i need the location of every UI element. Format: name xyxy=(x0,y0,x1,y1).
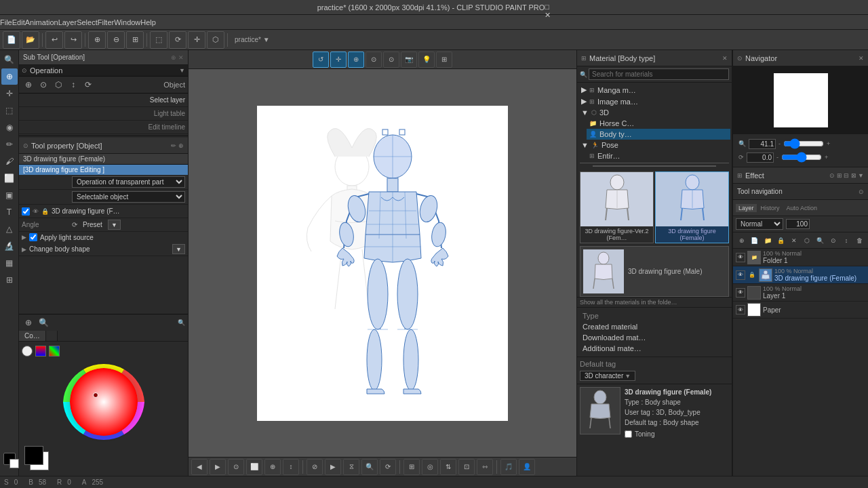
canvas-bottom-select[interactable]: ⊙ xyxy=(228,459,244,475)
tab-layer[interactable]: Layer xyxy=(736,204,757,212)
toolbar-lasso[interactable]: ⟳ xyxy=(169,31,186,49)
scroll-bar[interactable] xyxy=(593,165,716,167)
color-bar[interactable] xyxy=(35,346,46,357)
canvas-bottom-start[interactable]: ⊘ xyxy=(307,459,323,475)
tree-item-entire[interactable]: ⊞ Entir… xyxy=(587,150,730,161)
tag-3d-character[interactable]: 3D character ▼ xyxy=(580,371,635,381)
rotation-plus[interactable]: + xyxy=(825,154,828,161)
tool-frame[interactable]: ⊞ xyxy=(1,272,18,288)
canvas-bottom-zoom[interactable]: 🔍 xyxy=(361,459,378,475)
layer-icon-3[interactable]: 📁 xyxy=(762,235,774,247)
canvas-bottom-layers[interactable]: ◎ xyxy=(422,459,438,475)
preset-dropdown[interactable]: ▼ xyxy=(108,220,121,230)
show-all-link[interactable]: Show all the materials in the folde… xyxy=(577,297,732,307)
type-additional-row[interactable]: Additional mate… xyxy=(580,343,729,354)
tree-item-pose[interactable]: ▼ 🏃 Pose xyxy=(578,140,730,150)
toolbar-open[interactable]: 📂 xyxy=(22,31,39,49)
tree-item-image[interactable]: ▶ ⊞ Image ma… xyxy=(578,96,730,107)
material-thumb-2[interactable]: 3D drawing figure (Female) xyxy=(655,171,729,243)
type-downloaded-row[interactable]: Downloaded mat… xyxy=(580,332,729,343)
canvas-bottom-frame[interactable]: ⬜ xyxy=(246,459,262,475)
canvas-bottom-flip[interactable]: ⇿ xyxy=(477,459,493,475)
zoom-minus[interactable]: - xyxy=(778,140,781,147)
toolbar-zoom-in[interactable]: ⊕ xyxy=(88,31,106,49)
change-body-row[interactable]: ▶ Change body shape ▼ xyxy=(19,243,188,256)
opacity-input[interactable] xyxy=(786,219,810,229)
editing-label-btn[interactable]: [3D drawing figure Editing ] xyxy=(19,165,188,175)
tree-item-body[interactable]: 👤 Body ty… xyxy=(587,129,730,140)
material-search-input[interactable] xyxy=(589,68,729,80)
canvas-tool-pose[interactable]: ⊙ xyxy=(366,52,382,68)
fg-color-box[interactable] xyxy=(24,446,43,465)
maximize-button[interactable]: □ xyxy=(545,3,551,11)
canvas-tool-light[interactable]: 💡 xyxy=(418,52,435,68)
tool-operation[interactable]: ⊕ xyxy=(1,68,18,85)
rotation-input[interactable] xyxy=(747,152,774,163)
canvas-tool-scale[interactable]: ⊕ xyxy=(348,52,364,68)
tool-eraser[interactable]: ⬜ xyxy=(1,170,18,186)
layer-icon-2[interactable]: 📄 xyxy=(749,235,760,247)
type-created-row[interactable]: Created material xyxy=(580,321,729,332)
canvas-tool-rotate[interactable]: ↺ xyxy=(313,52,329,68)
canvas-bottom-rotate[interactable]: ⟳ xyxy=(380,459,396,475)
tree-item-horse[interactable]: 📁 Horse C… xyxy=(587,118,730,129)
operation-selector[interactable]: ⊙ Operation ▼ xyxy=(19,65,188,77)
canvas-tool-move[interactable]: ✛ xyxy=(330,52,347,68)
tool-gradient[interactable]: ▦ xyxy=(1,255,18,271)
tool-brush[interactable]: 🖌 xyxy=(1,153,18,169)
tool-select[interactable]: ⬚ xyxy=(1,102,18,119)
layer-icon-8[interactable]: ⊙ xyxy=(827,235,839,247)
color-circle[interactable] xyxy=(22,346,33,357)
menu-select[interactable]: Select xyxy=(77,18,98,26)
color-circle-bg[interactable] xyxy=(70,368,138,436)
tool-color-fg[interactable] xyxy=(3,453,16,465)
color-gradient[interactable] xyxy=(49,346,60,357)
transparent-select[interactable]: Operation of transparent part xyxy=(72,176,185,188)
selectable-select[interactable]: Selectable object xyxy=(72,191,185,203)
canvas-bottom-arrange[interactable]: ⇅ xyxy=(440,459,456,475)
tool-icon-1[interactable]: ⊕ xyxy=(22,78,35,92)
layer-icon-7[interactable]: 🔍 xyxy=(814,235,826,247)
canvas-bottom-next[interactable]: ▶ xyxy=(210,459,226,475)
tab-autoaction[interactable]: Auto Action xyxy=(784,204,821,212)
canvas-viewport[interactable] xyxy=(189,69,576,457)
tab-color[interactable]: Co… xyxy=(19,331,46,341)
tool-lasso[interactable]: ◉ xyxy=(1,119,18,136)
canvas-bottom-grid[interactable]: ⊞ xyxy=(403,459,420,475)
canvas-bottom-person[interactable]: 👤 xyxy=(519,459,535,475)
blend-mode-select[interactable]: Normal xyxy=(736,218,783,230)
tool-zoom[interactable]: 🔍 xyxy=(1,52,18,68)
menu-edit[interactable]: Edit xyxy=(12,18,25,26)
toolbar-select[interactable]: ⬚ xyxy=(150,31,167,49)
canvas-bottom-clock[interactable]: ⧖ xyxy=(343,459,359,475)
toolbar-undo[interactable]: ↩ xyxy=(45,31,63,49)
material-thumb-3[interactable]: 3D drawing figure (Male) xyxy=(580,246,729,297)
navigator-close[interactable]: ✕ xyxy=(859,55,864,62)
toolbar-zoom-out[interactable]: ⊖ xyxy=(107,31,125,49)
select-layer-row[interactable]: Select layer xyxy=(19,94,188,107)
menu-file[interactable]: File xyxy=(0,18,12,26)
toolbar-fit[interactable]: ⊞ xyxy=(126,31,144,49)
tree-item-3d[interactable]: ▼ ⬡ 3D xyxy=(578,107,730,118)
tool-eyedropper[interactable]: 🔬 xyxy=(1,238,18,254)
tab-other[interactable] xyxy=(46,331,58,341)
layer-item-folder1[interactable]: 👁 📁 100 % Normal Folder 1 xyxy=(733,249,868,266)
toolbar-redo[interactable]: ↪ xyxy=(64,31,82,49)
tab-history[interactable]: History xyxy=(758,204,783,212)
layer-item-paper[interactable]: 👁 Paper xyxy=(733,302,868,319)
tree-item-manga[interactable]: ▶ ⊞ Manga m… xyxy=(578,84,730,96)
layer-lock-3d[interactable]: 🔒 xyxy=(747,270,757,280)
change-body-dropdown[interactable]: ▼ xyxy=(172,244,185,254)
canvas-tool-grid[interactable]: ⊞ xyxy=(436,52,452,68)
rotation-minus[interactable]: - xyxy=(776,154,778,161)
layer-icon-9[interactable]: ↕ xyxy=(840,235,852,247)
tool-icon-5[interactable]: ⟳ xyxy=(81,78,95,92)
apply-light-checkbox[interactable] xyxy=(29,233,37,241)
tool-text[interactable]: T xyxy=(1,204,18,220)
tool-icon-4[interactable]: ↕ xyxy=(66,78,80,92)
layer-eye-folder1[interactable]: 👁 xyxy=(736,253,745,262)
canvas-tab[interactable]: practice* ▼ xyxy=(231,36,274,43)
light-table-row[interactable]: Light table xyxy=(19,107,188,121)
layer-icon-4[interactable]: 🔒 xyxy=(775,235,787,247)
zoom-input[interactable] xyxy=(749,139,776,149)
